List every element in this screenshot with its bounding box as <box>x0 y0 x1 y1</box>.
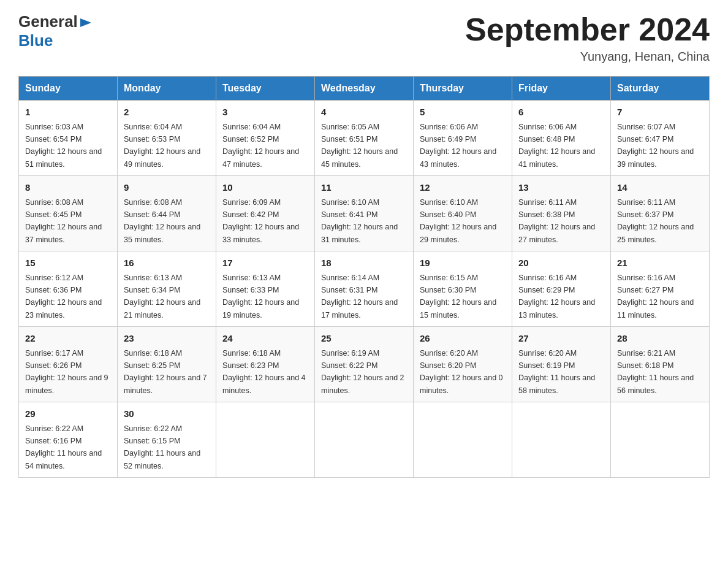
day-number: 23 <box>124 332 210 346</box>
calendar-cell <box>216 402 315 478</box>
day-number: 20 <box>518 256 604 270</box>
page-header: General Blue September 2024 Yunyang, Hen… <box>18 12 710 64</box>
column-header-monday: Monday <box>118 77 216 101</box>
calendar-cell: 18 Sunrise: 6:14 AMSunset: 6:31 PMDaylig… <box>315 251 414 327</box>
day-number: 14 <box>617 181 703 195</box>
day-info: Sunrise: 6:13 AMSunset: 6:33 PMDaylight:… <box>222 274 299 320</box>
calendar-cell: 21 Sunrise: 6:16 AMSunset: 6:27 PMDaylig… <box>611 251 710 327</box>
day-number: 12 <box>420 181 506 195</box>
calendar-cell <box>611 402 710 478</box>
calendar-cell: 14 Sunrise: 6:11 AMSunset: 6:37 PMDaylig… <box>611 176 710 251</box>
day-info: Sunrise: 6:19 AMSunset: 6:22 PMDaylight:… <box>321 349 404 395</box>
day-info: Sunrise: 6:08 AMSunset: 6:44 PMDaylight:… <box>124 198 200 244</box>
calendar-cell: 29 Sunrise: 6:22 AMSunset: 6:16 PMDaylig… <box>19 402 118 478</box>
day-info: Sunrise: 6:20 AMSunset: 6:19 PMDaylight:… <box>518 349 595 395</box>
day-info: Sunrise: 6:16 AMSunset: 6:29 PMDaylight:… <box>518 274 595 320</box>
day-number: 6 <box>518 105 604 120</box>
day-number: 11 <box>321 181 407 195</box>
day-number: 25 <box>321 332 407 346</box>
calendar-cell <box>512 402 611 478</box>
day-number: 7 <box>617 105 703 120</box>
calendar-cell: 15 Sunrise: 6:12 AMSunset: 6:36 PMDaylig… <box>19 251 118 327</box>
day-number: 26 <box>420 332 506 346</box>
calendar-table: SundayMondayTuesdayWednesdayThursdayFrid… <box>18 76 710 478</box>
calendar-cell: 19 Sunrise: 6:15 AMSunset: 6:30 PMDaylig… <box>414 251 512 327</box>
calendar-cell: 7 Sunrise: 6:07 AMSunset: 6:47 PMDayligh… <box>611 101 710 176</box>
logo-blue-text: Blue <box>18 31 53 50</box>
calendar-cell: 9 Sunrise: 6:08 AMSunset: 6:44 PMDayligh… <box>118 176 216 251</box>
day-info: Sunrise: 6:22 AMSunset: 6:15 PMDaylight:… <box>124 424 200 470</box>
calendar-week-row: 8 Sunrise: 6:08 AMSunset: 6:45 PMDayligh… <box>19 176 710 251</box>
day-number: 21 <box>617 256 703 270</box>
column-header-tuesday: Tuesday <box>216 77 315 101</box>
calendar-cell: 2 Sunrise: 6:04 AMSunset: 6:53 PMDayligh… <box>118 101 216 176</box>
logo-arrow-icon <box>79 16 93 29</box>
day-info: Sunrise: 6:04 AMSunset: 6:53 PMDaylight:… <box>124 123 200 169</box>
day-info: Sunrise: 6:13 AMSunset: 6:34 PMDaylight:… <box>124 274 200 320</box>
day-info: Sunrise: 6:18 AMSunset: 6:23 PMDaylight:… <box>222 349 306 395</box>
day-info: Sunrise: 6:16 AMSunset: 6:27 PMDaylight:… <box>617 274 694 320</box>
day-info: Sunrise: 6:05 AMSunset: 6:51 PMDaylight:… <box>321 123 398 169</box>
day-info: Sunrise: 6:11 AMSunset: 6:38 PMDaylight:… <box>518 198 595 244</box>
column-header-thursday: Thursday <box>414 77 512 101</box>
day-number: 22 <box>25 332 111 346</box>
day-info: Sunrise: 6:14 AMSunset: 6:31 PMDaylight:… <box>321 274 398 320</box>
calendar-cell: 11 Sunrise: 6:10 AMSunset: 6:41 PMDaylig… <box>315 176 414 251</box>
day-info: Sunrise: 6:03 AMSunset: 6:54 PMDaylight:… <box>25 123 102 169</box>
day-info: Sunrise: 6:10 AMSunset: 6:40 PMDaylight:… <box>420 198 496 244</box>
day-number: 17 <box>222 256 308 270</box>
day-info: Sunrise: 6:06 AMSunset: 6:48 PMDaylight:… <box>518 123 595 169</box>
calendar-cell: 28 Sunrise: 6:21 AMSunset: 6:18 PMDaylig… <box>611 327 710 402</box>
day-info: Sunrise: 6:18 AMSunset: 6:25 PMDaylight:… <box>124 349 207 395</box>
day-info: Sunrise: 6:20 AMSunset: 6:20 PMDaylight:… <box>420 349 503 395</box>
day-number: 2 <box>124 105 210 120</box>
month-title: September 2024 <box>465 12 710 47</box>
calendar-cell: 5 Sunrise: 6:06 AMSunset: 6:49 PMDayligh… <box>414 101 512 176</box>
day-number: 13 <box>518 181 604 195</box>
calendar-cell: 20 Sunrise: 6:16 AMSunset: 6:29 PMDaylig… <box>512 251 611 327</box>
column-header-saturday: Saturday <box>611 77 710 101</box>
calendar-cell: 30 Sunrise: 6:22 AMSunset: 6:15 PMDaylig… <box>118 402 216 478</box>
day-number: 4 <box>321 105 407 120</box>
column-header-friday: Friday <box>512 77 611 101</box>
day-number: 29 <box>25 407 111 421</box>
calendar-cell: 27 Sunrise: 6:20 AMSunset: 6:19 PMDaylig… <box>512 327 611 402</box>
calendar-cell: 13 Sunrise: 6:11 AMSunset: 6:38 PMDaylig… <box>512 176 611 251</box>
location-text: Yunyang, Henan, China <box>465 50 710 64</box>
day-info: Sunrise: 6:08 AMSunset: 6:45 PMDaylight:… <box>25 198 102 244</box>
calendar-week-row: 29 Sunrise: 6:22 AMSunset: 6:16 PMDaylig… <box>19 402 710 478</box>
calendar-week-row: 15 Sunrise: 6:12 AMSunset: 6:36 PMDaylig… <box>19 251 710 327</box>
calendar-cell: 12 Sunrise: 6:10 AMSunset: 6:40 PMDaylig… <box>414 176 512 251</box>
day-info: Sunrise: 6:04 AMSunset: 6:52 PMDaylight:… <box>222 123 299 169</box>
calendar-cell: 16 Sunrise: 6:13 AMSunset: 6:34 PMDaylig… <box>118 251 216 327</box>
calendar-cell: 25 Sunrise: 6:19 AMSunset: 6:22 PMDaylig… <box>315 327 414 402</box>
day-info: Sunrise: 6:17 AMSunset: 6:26 PMDaylight:… <box>25 349 108 395</box>
calendar-cell: 24 Sunrise: 6:18 AMSunset: 6:23 PMDaylig… <box>216 327 315 402</box>
day-info: Sunrise: 6:11 AMSunset: 6:37 PMDaylight:… <box>617 198 694 244</box>
day-info: Sunrise: 6:21 AMSunset: 6:18 PMDaylight:… <box>617 349 694 395</box>
svg-marker-0 <box>80 18 91 27</box>
day-info: Sunrise: 6:07 AMSunset: 6:47 PMDaylight:… <box>617 123 694 169</box>
day-number: 18 <box>321 256 407 270</box>
day-number: 19 <box>420 256 506 270</box>
calendar-week-row: 22 Sunrise: 6:17 AMSunset: 6:26 PMDaylig… <box>19 327 710 402</box>
calendar-cell: 22 Sunrise: 6:17 AMSunset: 6:26 PMDaylig… <box>19 327 118 402</box>
calendar-cell: 10 Sunrise: 6:09 AMSunset: 6:42 PMDaylig… <box>216 176 315 251</box>
day-info: Sunrise: 6:12 AMSunset: 6:36 PMDaylight:… <box>25 274 102 320</box>
day-number: 30 <box>124 407 210 421</box>
day-number: 24 <box>222 332 308 346</box>
calendar-cell <box>315 402 414 478</box>
logo-general-text: General <box>18 12 78 31</box>
calendar-cell: 1 Sunrise: 6:03 AMSunset: 6:54 PMDayligh… <box>19 101 118 176</box>
calendar-cell: 6 Sunrise: 6:06 AMSunset: 6:48 PMDayligh… <box>512 101 611 176</box>
calendar-week-row: 1 Sunrise: 6:03 AMSunset: 6:54 PMDayligh… <box>19 101 710 176</box>
calendar-cell: 8 Sunrise: 6:08 AMSunset: 6:45 PMDayligh… <box>19 176 118 251</box>
calendar-cell: 3 Sunrise: 6:04 AMSunset: 6:52 PMDayligh… <box>216 101 315 176</box>
calendar-cell <box>414 402 512 478</box>
day-number: 28 <box>617 332 703 346</box>
calendar-header-row: SundayMondayTuesdayWednesdayThursdayFrid… <box>19 77 710 101</box>
day-number: 15 <box>25 256 111 270</box>
day-number: 27 <box>518 332 604 346</box>
calendar-cell: 4 Sunrise: 6:05 AMSunset: 6:51 PMDayligh… <box>315 101 414 176</box>
day-number: 8 <box>25 181 111 195</box>
